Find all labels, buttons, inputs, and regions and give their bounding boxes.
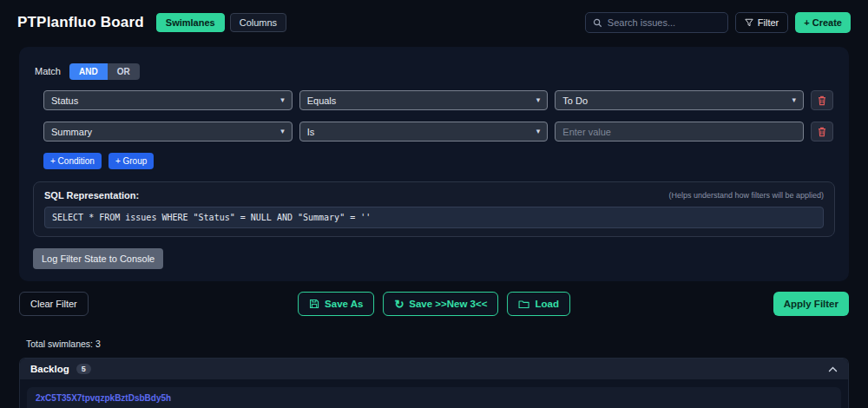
swimlane-backlog: Backlog 5 2xC5T35X7tpvqzpkBztDsbBdy5h as… — [19, 358, 849, 408]
trash-icon — [818, 127, 826, 137]
topbar-actions: Filter + Create — [585, 12, 851, 33]
sql-query-text: SELECT * FROM issues WHERE "Status" = NU… — [44, 207, 824, 228]
filter-button-label: Filter — [758, 17, 779, 28]
create-button[interactable]: + Create — [795, 12, 851, 33]
search-icon — [593, 18, 602, 28]
chevron-down-icon: ▾ — [792, 96, 796, 104]
search-box[interactable] — [585, 12, 728, 33]
filter-rule-row: Status ▾ Equals ▾ To Do ▾ — [43, 90, 833, 110]
swimlane-name: Backlog — [30, 364, 69, 374]
filter-button[interactable]: Filter — [735, 12, 788, 33]
match-or-button[interactable]: OR — [108, 63, 140, 80]
save-as-button[interactable]: Save As — [298, 292, 374, 316]
save-load-group: Save As ↻ Save >>New 3<< Load — [298, 292, 570, 316]
sql-header: SQL Representation: (Helps understand ho… — [44, 190, 824, 201]
sql-representation-box: SQL Representation: (Helps understand ho… — [33, 181, 835, 237]
delete-rule-button[interactable] — [811, 122, 833, 141]
chevron-down-icon: ▾ — [280, 96, 285, 104]
value-select-value: To Do — [562, 95, 588, 106]
operator-select-value: Equals — [307, 95, 337, 106]
field-select[interactable]: Summary ▾ — [43, 122, 293, 141]
swimlane-count-badge: 5 — [76, 364, 91, 374]
search-input[interactable] — [608, 17, 720, 28]
add-condition-button[interactable]: + Condition — [43, 153, 102, 169]
add-group-button[interactable]: + Group — [108, 153, 154, 169]
apply-filter-button[interactable]: Apply Filter — [773, 292, 849, 316]
trash-icon — [818, 95, 826, 106]
chevron-down-icon: ▾ — [536, 96, 541, 104]
field-select-value: Summary — [51, 127, 92, 137]
top-bar: PTPlanfluo Board Swimlanes Columns Filte… — [0, 0, 868, 45]
funnel-icon — [745, 18, 753, 27]
save-as-label: Save As — [325, 299, 363, 309]
total-swimlanes-label: Total swimlanes: 3 — [26, 339, 842, 349]
sql-hint: (Helps understand how filters will be ap… — [668, 191, 824, 200]
add-row: + Condition + Group — [43, 153, 835, 169]
swimlane-body: 2xC5T35X7tpvqzpkBztDsbBdy5h asdasdasd121… — [20, 379, 848, 408]
filter-rule-row: Summary ▾ Is ▾ — [43, 122, 833, 141]
issue-card[interactable]: 2xC5T35X7tpvqzpkBztDsbBdy5h asdasdasd121… — [27, 387, 841, 408]
tab-columns[interactable]: Columns — [230, 13, 286, 32]
load-button[interactable]: Load — [507, 292, 569, 316]
chevron-up-icon — [828, 366, 838, 372]
operator-select[interactable]: Is ▾ — [299, 122, 549, 141]
page-title: PTPlanfluo Board — [17, 14, 144, 31]
filter-actions-row: Clear Filter Save As ↻ Save >>New 3<< Lo… — [19, 292, 849, 316]
log-filter-state-button[interactable]: Log Filter State to Console — [33, 248, 163, 269]
delete-rule-button[interactable] — [811, 90, 833, 110]
value-input-wrap — [555, 122, 804, 141]
view-toggle: Swimlanes Columns — [156, 13, 286, 32]
field-select[interactable]: Status ▾ — [43, 90, 293, 110]
operator-select-value: Is — [307, 127, 315, 137]
issue-id-link[interactable]: 2xC5T35X7tpvqzpkBztDsbBdy5h — [36, 393, 832, 403]
match-toggle: AND OR — [69, 63, 140, 80]
refresh-icon: ↻ — [394, 299, 404, 310]
save-new-button[interactable]: ↻ Save >>New 3<< — [383, 292, 498, 316]
value-input[interactable] — [562, 122, 796, 141]
chevron-down-icon: ▾ — [536, 128, 541, 135]
match-and-button[interactable]: AND — [69, 63, 108, 80]
save-new-label: Save >>New 3<< — [409, 299, 487, 309]
chevron-down-icon: ▾ — [280, 128, 285, 135]
value-select[interactable]: To Do ▾ — [555, 90, 804, 110]
collapse-swimlane-button[interactable] — [828, 366, 838, 372]
clear-filter-button[interactable]: Clear Filter — [19, 292, 89, 316]
tab-swimlanes[interactable]: Swimlanes — [156, 13, 225, 32]
field-select-value: Status — [51, 95, 78, 106]
match-label: Match — [35, 66, 61, 76]
sql-title: SQL Representation: — [44, 190, 139, 201]
save-icon — [309, 299, 319, 309]
filter-panel: Match AND OR Status ▾ Equals ▾ To Do ▾ S… — [19, 47, 849, 281]
folder-icon — [518, 299, 529, 309]
operator-select[interactable]: Equals ▾ — [299, 90, 549, 110]
load-label: Load — [535, 299, 558, 309]
match-row: Match AND OR — [35, 63, 835, 80]
swimlane-header[interactable]: Backlog 5 — [20, 359, 848, 379]
